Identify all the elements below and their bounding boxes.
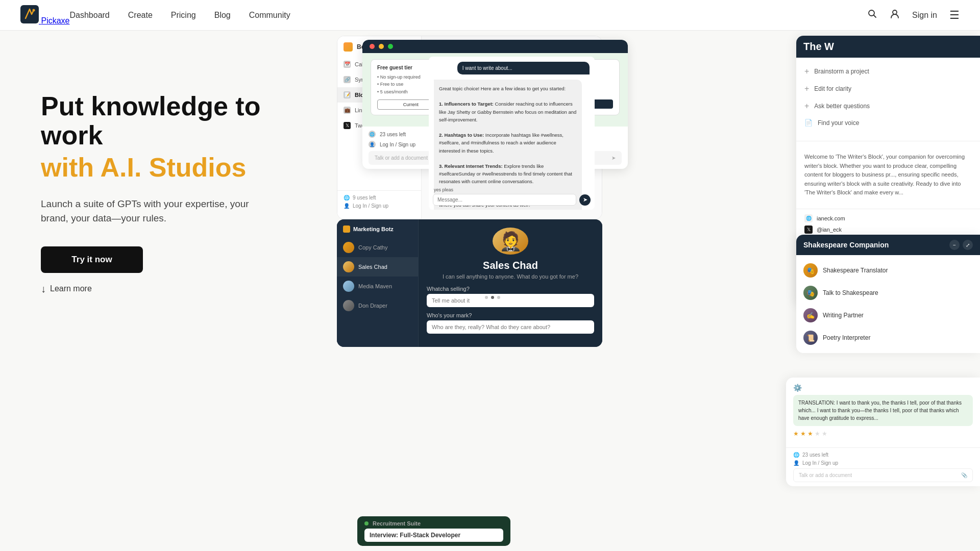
minimize-dot: [379, 44, 384, 49]
user-trans-icon: 👤: [793, 460, 799, 466]
globe-link-icon: 🌐: [804, 214, 813, 222]
chad-sidebar-copy-cathy[interactable]: Copy Cathy: [337, 238, 418, 257]
plus-icon-questions: +: [804, 102, 809, 111]
writing-partner-avatar: ✍️: [803, 308, 818, 322]
recruitment-status-dot: [364, 521, 369, 525]
poetry-avatar: 📜: [803, 331, 818, 345]
trans-login-row[interactable]: 👤 Log In / Sign up: [793, 460, 973, 466]
marketing-icon: [343, 226, 350, 233]
copy-cathy-label: Copy Cathy: [358, 244, 387, 251]
dot-2: [491, 296, 494, 299]
shakes-poetry-label: Poetry Interpreter: [823, 334, 870, 341]
chad-sidebar-title: Marketing Botz: [353, 226, 394, 232]
chad-sidebar-media-maven[interactable]: Media Maven: [337, 277, 418, 296]
translator-avatar: 🎭: [803, 263, 818, 278]
chad-field1-input[interactable]: [427, 294, 594, 307]
chad-big-avatar: 🤵: [493, 228, 528, 255]
pricing-chat-placeholder: Talk or add a document: [375, 155, 428, 161]
globe-small-icon: 🌐: [344, 195, 350, 201]
writer-divider: [796, 141, 980, 141]
shakespeare-minimize-btn[interactable]: −: [949, 240, 960, 250]
idea-send-button[interactable]: ➤: [579, 194, 591, 206]
chad-sidebar-don-draper[interactable]: Don Draper: [337, 296, 418, 315]
talk-shakespeare-avatar: 🎭: [803, 286, 818, 300]
translation-bottom: 🌐 23 uses left 👤 Log In / Sign up Talk o…: [786, 447, 980, 486]
shakespeare-header: Shakespeare Companion − ⤢: [796, 235, 980, 255]
idea-chat-input[interactable]: [433, 194, 576, 206]
trans-attach-icon: 📎: [961, 472, 967, 478]
pricing-uses-left: 23 uses left: [380, 132, 406, 137]
idea-chat-area: I want to write about... Great topic cho…: [429, 57, 595, 210]
close-dot: [370, 44, 375, 49]
trans-settings-button[interactable]: ⚙️: [793, 384, 802, 392]
user-icon: 👤: [369, 141, 376, 148]
idea-login-label: Log In / Sign up: [353, 203, 388, 209]
calendar-icon: 📅: [344, 61, 351, 68]
shakespeare-panel: Shakespeare Companion − ⤢ 🎭 Shakespeare …: [796, 235, 980, 353]
translation-message: TRANSLATION: I want to thank you, the th…: [793, 395, 973, 426]
signin-link[interactable]: Sign in: [912, 11, 937, 20]
shakes-item-translator[interactable]: 🎭 Shakespeare Translator: [796, 259, 980, 282]
hamburger-menu[interactable]: ☰: [949, 9, 960, 22]
chad-full-name: Sales Chad: [483, 260, 538, 271]
learn-more-button[interactable]: ↓ Learn more: [41, 283, 306, 295]
writer-link-twitter-text[interactable]: @ian_eck: [817, 227, 842, 233]
translation-chat-input-area[interactable]: Talk or add a document 📎: [793, 468, 973, 482]
search-button[interactable]: [867, 9, 877, 21]
writer-menu-label-brainstorm: Brainstorm a project: [814, 68, 869, 75]
nav-community[interactable]: Community: [249, 11, 290, 20]
trans-uses-left: 23 uses left: [802, 452, 828, 458]
chad-field2-input[interactable]: [427, 320, 594, 334]
nav-dashboard[interactable]: Dashboard: [69, 11, 109, 20]
globe-icon: 🌐: [369, 131, 376, 138]
shakes-item-poetry[interactable]: 📜 Poetry Interpreter: [796, 327, 980, 349]
writer-menu: + Brainstorm a project + Edit for clarit…: [796, 58, 980, 136]
shakes-item-writing[interactable]: ✍️ Writing Partner: [796, 304, 980, 327]
globe-trans-icon: 🌐: [793, 452, 799, 458]
plus-icon-edit: +: [804, 84, 809, 93]
trans-settings-row: ⚙️: [793, 384, 973, 392]
writer-menu-brainstorm[interactable]: + Brainstorm a project: [796, 63, 980, 80]
writer-description: Welcome to 'The Writer's Block', your co…: [804, 153, 972, 197]
trans-chat-placeholder: Talk or add a document: [799, 472, 852, 478]
logo[interactable]: Pickaxe: [20, 5, 69, 26]
writer-menu-questions[interactable]: + Ask better questions: [796, 97, 980, 115]
dot-1: [485, 296, 488, 299]
maximize-dot: [388, 44, 393, 49]
writer-link-website: 🌐 ianeck.com: [804, 214, 972, 222]
linkedin-icon: 💼: [344, 107, 351, 114]
user-small-icon: 👤: [344, 203, 350, 209]
writer-menu-voice[interactable]: 📄 Find your voice: [796, 115, 980, 131]
idea-main: Idea Wall I want to write about... Great…: [422, 36, 602, 219]
hero-subtitle: Launch a suite of GPTs with your experti…: [41, 197, 255, 226]
try-now-button[interactable]: Try it now: [41, 246, 143, 273]
shakespeare-items-list: 🎭 Shakespeare Translator 🎭 Talk to Shake…: [796, 255, 980, 353]
idea-uses-row: 🌐 9 uses left: [344, 195, 415, 201]
pricing-login-label[interactable]: Log In / Sign up: [380, 142, 415, 147]
nav-blog[interactable]: Blog: [214, 11, 231, 20]
writer-panel-header: The W: [796, 36, 980, 58]
svg-rect-0: [20, 5, 39, 23]
writer-menu-edit[interactable]: + Edit for clarity: [796, 80, 980, 97]
chad-sidebar-sales-chad[interactable]: Sales Chad: [337, 257, 418, 277]
nav-pricing[interactable]: Pricing: [171, 11, 196, 20]
svg-point-1: [33, 9, 35, 11]
dot-3: [497, 296, 500, 299]
chad-field2-label: Who's your mark?: [427, 312, 594, 318]
star-2: ★: [800, 430, 806, 437]
shakespeare-expand-btn[interactable]: ⤢: [963, 240, 973, 250]
logo-text: Pickaxe: [41, 16, 69, 25]
send-icon: ➤: [611, 155, 616, 161]
shakes-talk-label: Talk to Shakespeare: [823, 289, 878, 296]
arrow-down-icon: ↓: [41, 283, 46, 295]
idea-login-row[interactable]: 👤 Log In / Sign up: [344, 203, 415, 209]
star-5-empty: ★: [822, 430, 827, 437]
nav-create[interactable]: Create: [128, 11, 153, 20]
translation-stars: ★ ★ ★ ★ ★: [793, 430, 973, 437]
user-button[interactable]: [890, 9, 900, 21]
plus-icon-brainstorm: +: [804, 67, 809, 76]
shakes-item-talk[interactable]: 🎭 Talk to Shakespeare: [796, 282, 980, 304]
writer-link-website-text[interactable]: ianeck.com: [817, 215, 845, 221]
shakes-writing-label: Writing Partner: [823, 312, 864, 319]
idea-ai-msg-text: Great topic choice! Here are a few ideas…: [439, 85, 577, 209]
